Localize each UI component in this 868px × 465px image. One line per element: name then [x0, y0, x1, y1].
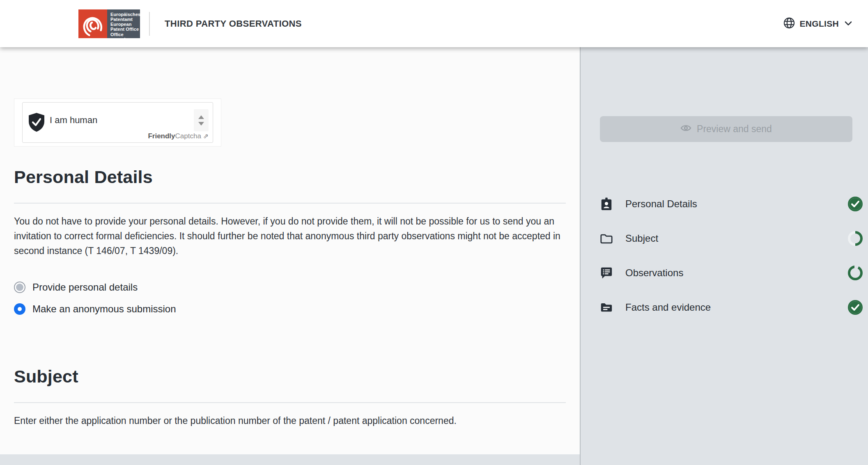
- nav-item-label: Personal Details: [625, 198, 697, 210]
- nav-item-facts-evidence[interactable]: Facts and evidence: [581, 290, 868, 325]
- logo-line-de1: Europäisches: [110, 12, 140, 17]
- captcha-widget: I am human FriendlyCaptcha ⇗: [14, 98, 221, 147]
- nav-item-label: Subject: [625, 233, 658, 244]
- radio-anonymous-submission[interactable]: Make an anonymous submission: [14, 303, 566, 315]
- external-link-arrow-icon: ⇗: [203, 133, 209, 140]
- epo-logo-text: Europäisches Patentamt European Patent O…: [107, 9, 140, 38]
- radio-label: Provide personal details: [32, 282, 138, 293]
- status-half-complete-icon: [848, 231, 863, 246]
- folder-icon: [599, 232, 613, 245]
- step-navigation: Personal Details Subject: [581, 187, 868, 325]
- logo-line-en2: Patent Office: [110, 27, 139, 32]
- progress-sidebar: Preview and send Personal Details: [580, 47, 868, 465]
- nav-item-subject[interactable]: Subject: [581, 221, 868, 256]
- captcha-stepper[interactable]: [194, 109, 209, 131]
- brand-bold: Friendly: [148, 132, 175, 140]
- logo-line-fr2: des brevets: [110, 42, 136, 47]
- shield-check-icon: [28, 112, 45, 134]
- friendlycaptcha-link[interactable]: FriendlyCaptcha ⇗: [148, 132, 209, 140]
- radio-provide-personal-details[interactable]: Provide personal details: [14, 282, 566, 293]
- preview-and-send-button[interactable]: Preview and send: [600, 116, 852, 142]
- language-label: ENGLISH: [800, 19, 839, 29]
- nav-item-label: Observations: [625, 267, 683, 279]
- stepper-down-icon: [198, 122, 204, 126]
- stepper-up-icon: [198, 115, 204, 119]
- chat-notes-icon: [599, 266, 613, 279]
- badge-icon: [599, 197, 613, 211]
- eye-icon: [680, 124, 691, 135]
- status-complete-icon: [848, 197, 863, 211]
- bottom-strip: [0, 454, 580, 465]
- preview-button-label: Preview and send: [697, 124, 772, 135]
- nav-item-label: Facts and evidence: [625, 302, 711, 313]
- section-divider: [14, 402, 566, 403]
- brand-regular: Captcha: [175, 132, 201, 140]
- logo-line-en1: European: [110, 22, 132, 27]
- content: I am human FriendlyCaptcha ⇗ Personal De…: [0, 47, 868, 465]
- status-in-progress-icon: [848, 266, 863, 280]
- globe-icon: [783, 17, 795, 30]
- folder-documents-icon: [599, 301, 613, 314]
- epo-logo: Europäisches Patentamt European Patent O…: [78, 9, 140, 38]
- epo-spiral-icon: [78, 9, 107, 38]
- radio-selected-icon[interactable]: [14, 303, 25, 315]
- chevron-down-icon: [845, 20, 852, 27]
- nav-item-observations[interactable]: Observations: [581, 256, 868, 290]
- nav-item-personal-details[interactable]: Personal Details: [581, 187, 868, 221]
- section-divider: [14, 203, 566, 204]
- radio-unselected-icon[interactable]: [14, 282, 25, 293]
- captcha-label: I am human: [50, 115, 97, 126]
- page-title: THIRD PARTY OBSERVATIONS: [165, 18, 302, 29]
- language-selector[interactable]: ENGLISH: [783, 17, 852, 30]
- logo-line-de2: Patentamt: [110, 17, 133, 22]
- form-area: I am human FriendlyCaptcha ⇗ Personal De…: [0, 47, 580, 454]
- subject-heading: Subject: [14, 367, 566, 387]
- header: Europäisches Patentamt European Patent O…: [0, 0, 868, 47]
- personal-details-radio-group: Provide personal details Make an anonymo…: [14, 282, 566, 315]
- personal-details-heading: Personal Details: [14, 167, 566, 187]
- status-complete-icon: [848, 300, 863, 315]
- page: Europäisches Patentamt European Patent O…: [0, 0, 868, 465]
- personal-details-description: You do not have to provide your personal…: [14, 214, 566, 259]
- subject-description: Enter either the application number or t…: [14, 414, 566, 428]
- captcha-card[interactable]: I am human FriendlyCaptcha ⇗: [22, 102, 213, 143]
- logo-line-fr1: Office européen: [110, 32, 131, 42]
- header-divider: [149, 12, 150, 36]
- main-column: I am human FriendlyCaptcha ⇗ Personal De…: [0, 47, 580, 465]
- radio-label: Make an anonymous submission: [32, 303, 176, 315]
